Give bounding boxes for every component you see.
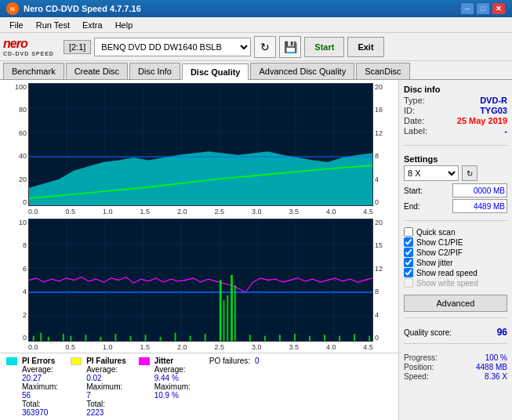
chart1-svg: [28, 83, 373, 206]
chart2-section: 10 8 6 4 2 0 20 15 12 8 4 0: [28, 219, 395, 351]
menu-extra[interactable]: Extra: [76, 19, 109, 31]
pi-failures-legend: PI Failures Average: 0.02 Maximum: 7 Tot…: [71, 357, 126, 417]
menu-help[interactable]: Help: [109, 19, 140, 31]
toolbar: nero CD-DVD SPEED [2:1] BENQ DVD DD DW16…: [0, 33, 512, 61]
chart2-y-right: 20 15 12 8 4 0: [375, 219, 394, 342]
svg-rect-56: [324, 335, 325, 341]
drive-selector: [2:1] BENQ DVD DD DW1640 BSLB: [64, 38, 251, 56]
menu-run-test[interactable]: Run Test: [30, 19, 76, 31]
pi-failures-color: [71, 357, 82, 365]
quick-scan-checkbox[interactable]: [404, 227, 413, 237]
menu-bar: File Run Test Extra Help: [0, 17, 512, 33]
pi-errors-legend: PI Errors Average: 20.27 Maximum: 56 Tot…: [6, 357, 58, 417]
show-c2-pif-checkbox[interactable]: [404, 248, 413, 257]
svg-marker-15: [29, 151, 372, 205]
refresh-button[interactable]: ↻: [254, 36, 276, 58]
svg-rect-40: [130, 336, 132, 341]
exit-button[interactable]: Exit: [347, 37, 383, 57]
tab-disc-info[interactable]: Disc Info: [129, 63, 180, 79]
show-jitter-row: Show jitter: [404, 258, 507, 267]
tab-advanced-disc-quality[interactable]: Advanced Disc Quality: [250, 63, 354, 79]
chart1-y-right: 20 16 12 8 4 0: [375, 83, 394, 206]
show-jitter-checkbox[interactable]: [404, 258, 413, 267]
advanced-button[interactable]: Advanced: [404, 295, 507, 312]
svg-rect-38: [100, 337, 101, 341]
chart2-x-labels: 0.0 0.5 1.0 1.5 2.0 2.5 3.0 3.5 4.0 4.5: [28, 343, 373, 351]
divider-2: [404, 220, 507, 221]
speed-row: Speed: 8.36 X: [404, 372, 507, 381]
show-read-speed-checkbox[interactable]: [404, 268, 413, 277]
progress-section: Progress: 100 % Position: 4488 MB Speed:…: [404, 353, 507, 382]
svg-rect-57: [339, 336, 340, 341]
checkboxes-section: Quick scan Show C1/PIE Show C2/PIF Show …: [404, 226, 507, 288]
chart2-svg: [28, 219, 373, 342]
svg-rect-54: [294, 334, 296, 341]
charts-container: 100 80 60 40 20 0 20 16 12 8 4 0: [0, 80, 398, 353]
show-c1-pie-checkbox[interactable]: [404, 237, 413, 247]
start-row: Start:: [404, 183, 507, 197]
main-content: 100 80 60 40 20 0 20 16 12 8 4 0: [0, 80, 512, 420]
tab-create-disc[interactable]: Create Disc: [66, 63, 128, 79]
jitter-color: [139, 357, 150, 365]
disc-info-section: Disc info Type: DVD-R ID: TYG03 Date: 25…: [404, 85, 507, 136]
svg-rect-35: [63, 334, 64, 341]
svg-rect-45: [205, 334, 206, 341]
start-button[interactable]: Start: [304, 37, 344, 57]
save-button[interactable]: 💾: [279, 36, 301, 58]
svg-rect-42: [160, 337, 162, 341]
show-write-speed-row: Show write speed: [404, 278, 507, 288]
svg-rect-44: [190, 336, 191, 341]
maximize-button[interactable]: □: [476, 2, 490, 15]
svg-rect-33: [40, 333, 42, 341]
drive-select[interactable]: BENQ DVD DD DW1640 BSLB: [94, 38, 251, 56]
settings-section: Settings 4 X6 X8 X12 X16 X ↻ Start: End:: [404, 154, 507, 215]
window-controls: ─ □ ✕: [460, 2, 506, 15]
close-button[interactable]: ✕: [492, 2, 506, 15]
show-c1-pie-row: Show C1/PIE: [404, 237, 507, 247]
tab-benchmark[interactable]: Benchmark: [3, 63, 64, 79]
svg-rect-36: [70, 336, 71, 341]
logo-sub: CD-DVD SPEED: [3, 51, 54, 56]
app-title: Nero CD-DVD Speed 4.7.7.16: [24, 4, 460, 13]
pi-errors-stats: PI Errors Average: 20.27 Maximum: 56 Tot…: [22, 357, 58, 417]
jitter-stats: Jitter Average: 9.44 % Maximum: 10.9 %: [154, 357, 191, 400]
start-input[interactable]: [452, 183, 507, 197]
svg-rect-48: [227, 295, 228, 341]
chart2-y-left: 10 8 6 4 2 0: [3, 219, 27, 342]
menu-file[interactable]: File: [3, 19, 30, 31]
svg-rect-32: [33, 336, 34, 341]
svg-rect-51: [249, 335, 251, 341]
minimize-button[interactable]: ─: [460, 2, 474, 15]
show-c2-pif-row: Show C2/PIF: [404, 248, 507, 257]
end-input[interactable]: [452, 199, 507, 213]
disc-id-row: ID: TYG03: [404, 106, 507, 115]
legend-section: PI Errors Average: 20.27 Maximum: 56 Tot…: [0, 353, 398, 420]
pi-failures-stats: PI Failures Average: 0.02 Maximum: 7 Tot…: [86, 357, 126, 417]
logo-text: nero: [3, 37, 27, 51]
svg-rect-41: [145, 335, 147, 341]
svg-rect-53: [279, 335, 281, 341]
svg-rect-39: [115, 334, 117, 341]
charts-section: 100 80 60 40 20 0 20 16 12 8 4 0: [0, 80, 398, 420]
logo: nero CD-DVD SPEED: [3, 37, 54, 56]
chart1-x-labels: 0.0 0.5 1.0 1.5 2.0 2.5 3.0 3.5 4.0 4.5: [28, 208, 373, 215]
disc-type-row: Type: DVD-R: [404, 96, 507, 105]
quality-score-row: Quality score: 96: [404, 327, 507, 338]
quick-scan-row: Quick scan: [404, 227, 507, 237]
chart2-container: 10 8 6 4 2 0 20 15 12 8 4 0: [28, 219, 373, 342]
show-read-speed-row: Show read speed: [404, 268, 507, 277]
tab-disc-quality[interactable]: Disc Quality: [182, 63, 249, 80]
right-panel: Disc info Type: DVD-R ID: TYG03 Date: 25…: [398, 80, 512, 420]
svg-rect-52: [264, 336, 266, 341]
svg-rect-34: [48, 337, 49, 341]
svg-rect-50: [234, 285, 236, 341]
tab-scan-disc[interactable]: ScanDisc: [356, 63, 409, 79]
app-icon: N: [6, 2, 19, 15]
disc-date-row: Date: 25 May 2019: [404, 116, 507, 125]
drive-label: [2:1]: [64, 40, 91, 54]
speed-select[interactable]: 4 X6 X8 X12 X16 X: [404, 165, 459, 181]
position-row: Position: 4488 MB: [404, 363, 507, 371]
speed-refresh-button[interactable]: ↻: [462, 165, 478, 181]
svg-rect-49: [231, 275, 233, 341]
disc-label-row: Label: -: [404, 126, 507, 136]
